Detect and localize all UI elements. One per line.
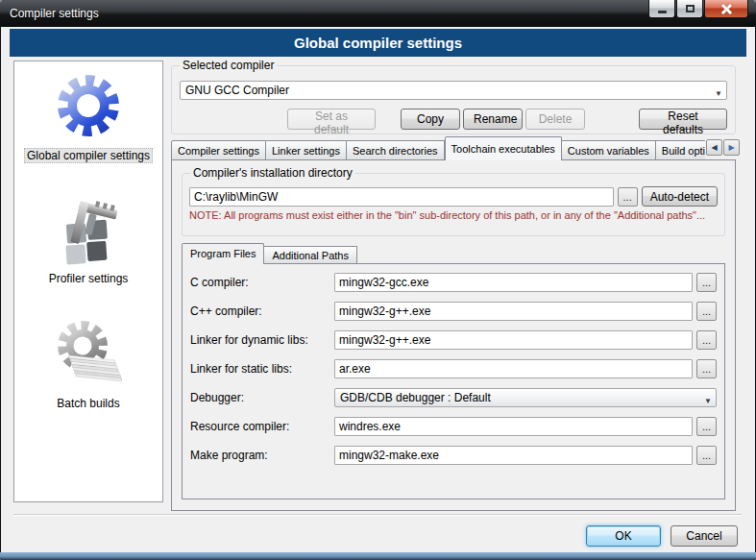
- linker-dynamic-label: Linker for dynamic libs:: [190, 333, 330, 347]
- window-border-right: [748, 27, 756, 560]
- installation-note: NOTE: All programs must exist either in …: [189, 209, 718, 221]
- cpp-compiler-input[interactable]: [334, 302, 693, 321]
- compiler-select[interactable]: GNU GCC Compiler ▼: [180, 81, 727, 100]
- titlebar[interactable]: Compiler settings: [0, 0, 756, 27]
- arrow-left-icon: ◀: [711, 143, 717, 152]
- resource-compiler-input[interactable]: [334, 417, 693, 436]
- chevron-down-icon: ▼: [704, 393, 712, 407]
- caliper-icon: [50, 192, 127, 267]
- maximize-icon: [686, 5, 695, 12]
- linker-dynamic-input[interactable]: [334, 330, 693, 350]
- tab-compiler-settings[interactable]: Compiler settings: [171, 140, 266, 160]
- minimize-icon: [658, 11, 667, 13]
- subtab-program-files[interactable]: Program Files: [182, 243, 264, 264]
- form-row: C++ compiler: ...: [190, 302, 717, 321]
- make-program-label: Make program:: [190, 449, 330, 462]
- subtab-additional-paths[interactable]: Additional Paths: [264, 246, 357, 264]
- chevron-down-icon: ▼: [715, 85, 722, 100]
- sidebar-item-batch-builds[interactable]: Batch builds: [50, 315, 127, 411]
- window-border-left: [0, 27, 8, 560]
- ok-button[interactable]: OK: [586, 525, 661, 547]
- program-files-panel: C compiler: ... C++ compiler: ... Linker…: [182, 263, 725, 499]
- linker-static-label: Linker for static libs:: [190, 362, 330, 376]
- tab-scroll-left-button[interactable]: ◀: [706, 139, 722, 156]
- installation-directory-input[interactable]: [189, 187, 614, 207]
- browse-button[interactable]: ...: [696, 330, 717, 350]
- page-title: Global compiler settings: [10, 29, 746, 57]
- form-row: Linker for dynamic libs: ...: [190, 330, 717, 350]
- window-title: Compiler settings: [10, 7, 99, 20]
- tab-custom-variables[interactable]: Custom variables: [562, 140, 656, 160]
- minimize-button[interactable]: [648, 0, 675, 18]
- browse-button[interactable]: ...: [696, 359, 717, 378]
- settings-sidebar: Global compiler settings: [13, 61, 163, 502]
- selected-compiler-group: Selected compiler GNU GCC Compiler ▼ Set…: [171, 65, 736, 134]
- debugger-label: Debugger:: [190, 391, 330, 404]
- maximize-button[interactable]: [676, 0, 703, 18]
- browse-button[interactable]: ...: [696, 446, 717, 465]
- arrow-right-icon: ▶: [728, 143, 734, 152]
- resource-compiler-label: Resource compiler:: [190, 420, 330, 433]
- group-legend: Selected compiler: [180, 59, 277, 72]
- browse-button[interactable]: ...: [696, 417, 717, 436]
- gray-gear-papers-icon: [50, 315, 127, 392]
- tab-search-directories[interactable]: Search directories: [347, 140, 445, 160]
- sidebar-item-label: Batch builds: [54, 396, 122, 411]
- set-as-default-button[interactable]: Set as default: [287, 109, 376, 130]
- tab-build-options[interactable]: Build options: [656, 140, 705, 160]
- sidebar-item-label: Profiler settings: [46, 271, 132, 286]
- installation-directory-group: Compiler's installation directory ... Au…: [182, 173, 725, 236]
- cancel-button[interactable]: Cancel: [671, 525, 738, 547]
- auto-detect-button[interactable]: Auto-detect: [642, 186, 718, 207]
- group-legend: Compiler's installation directory: [190, 166, 355, 180]
- c-compiler-input[interactable]: [334, 273, 693, 292]
- c-compiler-label: C compiler:: [190, 276, 330, 289]
- cpp-compiler-label: C++ compiler:: [190, 304, 330, 318]
- compiler-settings-window: Compiler settings Global compiler settin…: [0, 0, 756, 560]
- close-icon: [721, 4, 732, 14]
- footer-divider: [13, 514, 742, 516]
- dialog-body: Global compiler settings: [8, 27, 748, 552]
- tab-scroll-right-button[interactable]: ▶: [723, 139, 740, 156]
- rename-button[interactable]: Rename: [463, 109, 523, 130]
- form-row: C compiler: ...: [190, 273, 717, 292]
- form-row: Resource compiler: ...: [190, 417, 717, 436]
- linker-static-input[interactable]: [334, 359, 693, 378]
- delete-button[interactable]: Delete: [525, 109, 585, 130]
- form-row: Make program: ...: [190, 446, 717, 465]
- form-row: Debugger: GDB/CDB debugger : Default ▼: [190, 388, 717, 407]
- browse-button[interactable]: ...: [696, 302, 717, 321]
- close-button[interactable]: [704, 0, 748, 18]
- browse-directory-button[interactable]: ...: [618, 187, 638, 207]
- tab-linker-settings[interactable]: Linker settings: [266, 140, 347, 160]
- make-program-input[interactable]: [334, 446, 693, 465]
- debugger-select[interactable]: GDB/CDB debugger : Default ▼: [334, 388, 717, 407]
- tab-toolchain-executables[interactable]: Toolchain executables: [445, 136, 562, 160]
- settings-tabs: Compiler settings Linker settings Search…: [171, 136, 705, 160]
- toolchain-subtabs: Program Files Additional Paths: [182, 243, 357, 264]
- sidebar-item-label: Global compiler settings: [24, 148, 153, 163]
- copy-button[interactable]: Copy: [401, 109, 460, 130]
- sidebar-item-global-compiler-settings[interactable]: Global compiler settings: [24, 67, 153, 163]
- form-row: Linker for static libs: ...: [190, 359, 717, 378]
- blue-gear-icon: [50, 67, 127, 144]
- window-border-bottom: [0, 552, 756, 560]
- browse-button[interactable]: ...: [696, 273, 717, 292]
- debugger-select-value: GDB/CDB debugger : Default: [340, 391, 491, 404]
- reset-defaults-button[interactable]: Reset defaults: [639, 109, 727, 130]
- toolchain-executables-panel: Compiler's installation directory ... Au…: [171, 159, 736, 511]
- compiler-select-value: GNU GCC Compiler: [185, 84, 289, 97]
- sidebar-item-profiler-settings[interactable]: Profiler settings: [46, 192, 132, 286]
